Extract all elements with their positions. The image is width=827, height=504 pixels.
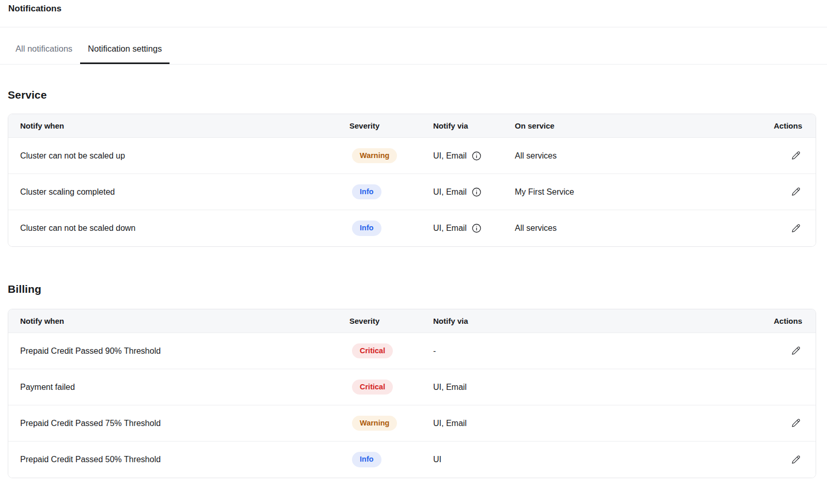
billing-notifications-table: Notify when Severity Notify via Actions … — [8, 309, 816, 478]
tab-all-notifications[interactable]: All notifications — [8, 27, 80, 64]
section-heading-billing: Billing — [8, 283, 816, 295]
cell-notify-via: UI, Email — [433, 187, 515, 197]
table-row: Payment failed Critical UI, Email — [8, 369, 816, 405]
cell-notify-via: UI, Email — [433, 223, 515, 233]
severity-badge: Critical — [352, 380, 393, 395]
cell-severity: Critical — [349, 343, 433, 358]
pencil-icon — [791, 418, 801, 428]
tabbar: All notifications Notification settings — [0, 27, 827, 65]
severity-badge: Critical — [352, 343, 393, 358]
cell-severity: Info — [349, 220, 433, 235]
pencil-icon — [791, 187, 801, 196]
cell-severity: Info — [349, 184, 433, 199]
cell-notify-via: UI, Email — [433, 419, 719, 428]
service-notifications-table: Notify when Severity Notify via On servi… — [8, 114, 816, 247]
notify-via-text: UI, Email — [433, 187, 467, 197]
pencil-icon — [791, 224, 801, 233]
edit-button[interactable] — [790, 185, 802, 198]
col-header-actions: Actions — [774, 121, 802, 130]
severity-badge: Warning — [352, 148, 397, 163]
cell-severity: Warning — [349, 148, 433, 163]
edit-button[interactable] — [790, 453, 802, 466]
cell-on-service: All services — [515, 151, 719, 161]
cell-severity: Warning — [349, 416, 433, 431]
cell-on-service: All services — [515, 224, 719, 233]
cell-notify-via: UI, Email — [433, 151, 515, 161]
table-header-row: Notify when Severity Notify via Actions — [8, 309, 816, 333]
cell-actions — [790, 185, 802, 198]
cell-notify-via: UI, Email — [433, 383, 719, 392]
col-header-severity: Severity — [349, 121, 433, 130]
severity-badge: Info — [352, 452, 381, 467]
cell-actions — [790, 453, 802, 466]
cell-actions — [790, 344, 802, 357]
pencil-icon — [791, 151, 801, 160]
tab-notification-settings[interactable]: Notification settings — [80, 27, 170, 64]
page-header: Notifications — [0, 0, 827, 27]
edit-button[interactable] — [790, 222, 802, 234]
info-icon[interactable] — [471, 223, 482, 233]
info-icon[interactable] — [471, 187, 482, 197]
cell-severity: Info — [349, 452, 433, 467]
pencil-icon — [791, 455, 801, 464]
col-header-notify-when: Notify when — [20, 317, 349, 325]
table-row: Prepaid Credit Passed 90% Threshold Crit… — [8, 333, 816, 369]
notify-via-text: UI, Email — [433, 224, 467, 233]
edit-button[interactable] — [790, 149, 802, 162]
table-header-row: Notify when Severity Notify via On servi… — [8, 114, 816, 138]
cell-severity: Critical — [349, 380, 433, 395]
severity-badge: Info — [352, 184, 381, 199]
edit-button[interactable] — [790, 344, 802, 357]
table-row: Cluster can not be scaled down Info UI, … — [8, 210, 816, 246]
page-title: Notifications — [8, 3, 819, 15]
cell-notify-when: Payment failed — [20, 383, 349, 392]
col-header-notify-when: Notify when — [20, 121, 349, 130]
cell-notify-when: Cluster scaling completed — [20, 187, 349, 197]
table-row: Cluster scaling completed Info UI, Email… — [8, 174, 816, 210]
cell-notify-when: Prepaid Credit Passed 90% Threshold — [20, 346, 349, 356]
table-row: Prepaid Credit Passed 50% Threshold Info… — [8, 442, 816, 478]
cell-on-service: My First Service — [515, 187, 719, 197]
severity-badge: Info — [352, 220, 381, 235]
cell-notify-via: - — [433, 346, 719, 356]
col-header-actions: Actions — [774, 317, 802, 325]
cell-actions — [790, 149, 802, 162]
cell-actions — [790, 222, 802, 235]
cell-actions — [790, 417, 802, 430]
severity-badge: Warning — [352, 416, 397, 431]
cell-notify-via: UI — [433, 455, 719, 464]
main-content: Service Notify when Severity Notify via … — [0, 89, 827, 478]
pencil-icon — [791, 346, 801, 355]
col-header-on-service: On service — [515, 121, 719, 130]
cell-notify-when: Prepaid Credit Passed 75% Threshold — [20, 419, 349, 428]
col-header-notify-via: Notify via — [433, 121, 515, 130]
cell-notify-when: Cluster can not be scaled up — [20, 151, 349, 161]
cell-notify-when: Prepaid Credit Passed 50% Threshold — [20, 455, 349, 464]
col-header-severity: Severity — [349, 317, 433, 325]
edit-button[interactable] — [790, 417, 802, 429]
info-icon[interactable] — [471, 151, 482, 161]
col-header-notify-via: Notify via — [433, 317, 719, 325]
section-heading-service: Service — [8, 89, 816, 101]
cell-notify-when: Cluster can not be scaled down — [20, 224, 349, 233]
notify-via-text: UI, Email — [433, 151, 467, 161]
table-row: Prepaid Credit Passed 75% Threshold Warn… — [8, 405, 816, 442]
table-row: Cluster can not be scaled up Warning UI,… — [8, 138, 816, 174]
